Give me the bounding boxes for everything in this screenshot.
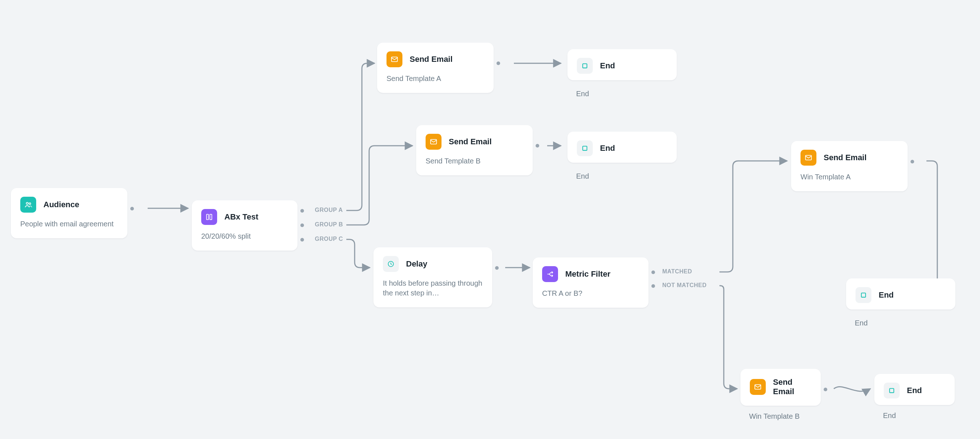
port-matched[interactable]	[651, 271, 655, 274]
port-out[interactable]	[910, 160, 914, 163]
port-not-matched[interactable]	[651, 284, 655, 288]
node-desc: People with email agreement	[20, 219, 118, 229]
svg-rect-9	[583, 63, 587, 68]
node-win-b[interactable]: Send Email	[740, 369, 821, 406]
port-label: MATCHED	[662, 268, 692, 275]
node-title: Send Email	[773, 377, 811, 396]
node-abx-test[interactable]: ABx Test 20/20/60% split	[192, 200, 298, 250]
svg-rect-7	[210, 214, 212, 220]
port-label: GROUP C	[315, 236, 343, 242]
node-desc: End	[883, 412, 896, 420]
node-desc: End	[576, 172, 589, 181]
node-title: End	[600, 61, 615, 71]
port-out[interactable]	[130, 207, 134, 211]
port-label: GROUP B	[315, 221, 343, 228]
port-out[interactable]	[536, 144, 539, 147]
node-title: End	[907, 386, 922, 395]
node-audience[interactable]: Audience People with email agreement	[11, 188, 127, 238]
port-group-a[interactable]	[301, 209, 304, 212]
node-title: Send Email	[449, 137, 492, 146]
node-send-email-b[interactable]: Send Email Send Template B	[416, 125, 533, 175]
port-group-b[interactable]	[301, 223, 304, 227]
node-end-2[interactable]: End	[568, 132, 677, 163]
svg-rect-16	[889, 388, 894, 393]
node-desc: Win Template A	[800, 172, 898, 182]
node-title: Metric Filter	[565, 269, 611, 279]
node-desc: Send Template A	[387, 74, 484, 84]
clock-icon	[383, 256, 399, 272]
port-out[interactable]	[495, 266, 499, 270]
node-title: Send Email	[824, 153, 867, 162]
port-out[interactable]	[496, 62, 500, 65]
node-desc: 20/20/60% split	[201, 231, 288, 241]
audience-icon	[20, 197, 36, 212]
node-send-email-a[interactable]: Send Email Send Template A	[377, 43, 494, 93]
mail-icon	[750, 379, 766, 395]
split-icon	[201, 209, 217, 225]
node-title: ABx Test	[224, 212, 258, 222]
mail-icon	[387, 51, 402, 67]
node-desc: CTR A or B?	[542, 288, 639, 298]
node-desc: It holds before passing through the next…	[383, 279, 483, 298]
end-icon	[884, 383, 900, 398]
node-title: Delay	[406, 259, 427, 269]
node-desc: End	[576, 90, 589, 98]
node-desc: Win Template B	[749, 412, 800, 420]
node-desc: End	[855, 319, 868, 327]
svg-point-4	[26, 203, 29, 204]
mail-icon	[800, 150, 816, 166]
end-icon	[856, 287, 872, 303]
port-group-c[interactable]	[301, 238, 304, 242]
end-icon	[577, 58, 593, 74]
mail-icon	[426, 134, 442, 150]
node-end-1[interactable]: End	[568, 49, 677, 80]
end-icon	[577, 140, 593, 156]
svg-point-5	[29, 203, 31, 204]
node-title: End	[600, 144, 615, 153]
node-title: Send Email	[410, 55, 453, 64]
port-out[interactable]	[824, 388, 827, 391]
node-title: Audience	[43, 200, 79, 209]
port-label: NOT MATCHED	[662, 282, 707, 288]
node-win-a[interactable]: Send Email Win Template A	[791, 141, 908, 191]
node-end-4[interactable]: End	[874, 374, 955, 405]
node-delay[interactable]: Delay It holds before passing through th…	[374, 247, 492, 307]
port-label: GROUP A	[315, 207, 343, 213]
svg-rect-14	[861, 293, 865, 297]
branch-icon	[542, 266, 558, 282]
node-desc: Send Template B	[426, 156, 523, 166]
svg-rect-6	[207, 214, 209, 220]
node-end-3[interactable]: End	[846, 279, 955, 309]
node-metric-filter[interactable]: Metric Filter CTR A or B?	[533, 257, 649, 308]
node-title: End	[879, 290, 894, 300]
svg-rect-11	[583, 146, 587, 151]
